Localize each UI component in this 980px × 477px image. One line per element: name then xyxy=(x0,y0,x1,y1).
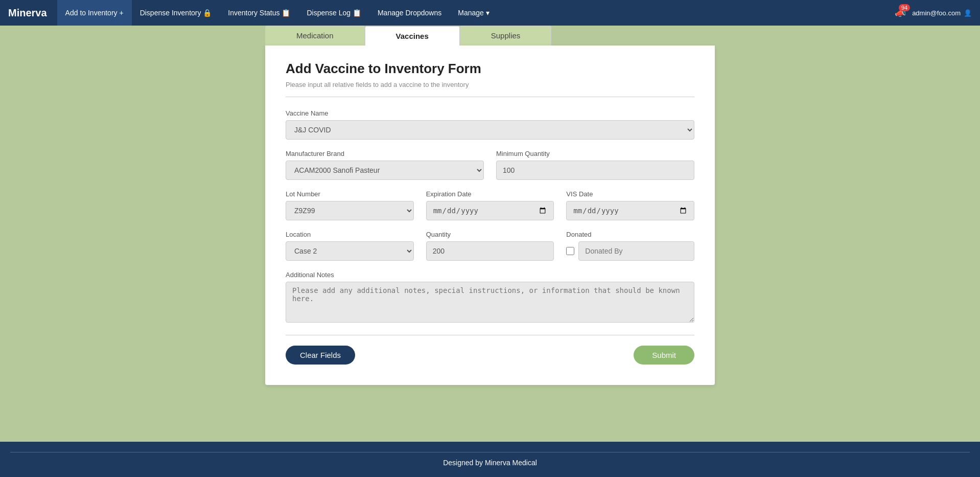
location-select[interactable]: Case 2 Case 1 Case 3 Refrigerator xyxy=(286,241,414,261)
tab-row: Medication Vaccines Supplies xyxy=(265,26,715,46)
app-brand: Minerva xyxy=(8,7,47,19)
clear-fields-button[interactable]: Clear Fields xyxy=(286,346,355,365)
quantity-label: Quantity xyxy=(426,231,554,238)
manufacturer-brand-label: Manufacturer Brand xyxy=(286,150,484,157)
vis-date-input[interactable] xyxy=(566,201,694,220)
tab-vaccines[interactable]: Vaccines xyxy=(365,26,460,46)
add-vaccine-form: Add Vaccine to Inventory Form Please inp… xyxy=(265,46,715,385)
form-footer: Clear Fields Submit xyxy=(286,335,694,365)
content-area: Medication Vaccines Supplies Add Vaccine… xyxy=(0,26,980,442)
manufacturer-quantity-row: Manufacturer Brand ACAM2000 Sanofi Paste… xyxy=(286,150,694,180)
expiration-date-label: Expiration Date xyxy=(426,190,554,198)
minimum-quantity-group: Minimum Quantity xyxy=(496,150,694,180)
donated-label: Donated xyxy=(566,231,694,238)
minimum-quantity-input[interactable] xyxy=(496,161,694,180)
tab-supplies[interactable]: Supplies xyxy=(460,26,552,46)
vis-date-label: VIS Date xyxy=(566,190,694,198)
user-info: admin@foo.com 👤 xyxy=(912,9,972,17)
navbar: Minerva Add to Inventory + Dispense Inve… xyxy=(0,0,980,26)
lot-number-group: Lot Number Z9Z99 A1B23 C4D56 xyxy=(286,190,414,220)
donated-by-input[interactable] xyxy=(578,241,694,261)
vaccine-name-select[interactable]: J&J COVID Moderna COVID Pfizer COVID xyxy=(286,120,694,140)
form-title: Add Vaccine to Inventory Form xyxy=(286,61,694,77)
submit-button[interactable]: Submit xyxy=(634,346,694,365)
notification-badge: 94 xyxy=(899,4,910,11)
expiration-date-group: Expiration Date xyxy=(426,190,554,220)
nav-add-inventory[interactable]: Add to Inventory + xyxy=(57,0,132,26)
vaccine-name-row: Vaccine Name J&J COVID Moderna COVID Pfi… xyxy=(286,109,694,140)
manufacturer-brand-group: Manufacturer Brand ACAM2000 Sanofi Paste… xyxy=(286,150,484,180)
nav-items: Add to Inventory + Dispense Inventory 🔒 … xyxy=(57,0,895,26)
nav-inventory-status[interactable]: Inventory Status 📋 xyxy=(220,0,298,26)
nav-manage[interactable]: Manage ▾ xyxy=(450,0,497,26)
location-quantity-donated-row: Location Case 2 Case 1 Case 3 Refrigerat… xyxy=(286,231,694,261)
form-subtitle: Please input all relative fields to add … xyxy=(286,81,694,88)
lot-number-label: Lot Number xyxy=(286,190,414,198)
manufacturer-brand-select[interactable]: ACAM2000 Sanofi Pasteur Pfizer Moderna xyxy=(286,161,484,180)
additional-notes-textarea[interactable] xyxy=(286,282,694,323)
nav-right: 📣 94 admin@foo.com 👤 xyxy=(895,7,972,18)
lot-number-select[interactable]: Z9Z99 A1B23 C4D56 xyxy=(286,201,414,220)
footer-text: Designed by Minerva Medical xyxy=(443,459,537,467)
donated-group: Donated xyxy=(566,231,694,261)
user-icon: 👤 xyxy=(964,9,972,17)
location-group: Location Case 2 Case 1 Case 3 Refrigerat… xyxy=(286,231,414,261)
additional-notes-row: Additional Notes xyxy=(286,271,694,323)
notification-button[interactable]: 📣 94 xyxy=(895,7,906,18)
user-email: admin@foo.com xyxy=(912,9,961,17)
additional-notes-label: Additional Notes xyxy=(286,271,694,279)
minimum-quantity-label: Minimum Quantity xyxy=(496,150,694,157)
quantity-input[interactable] xyxy=(426,241,554,261)
location-label: Location xyxy=(286,231,414,238)
nav-dispense-log[interactable]: Dispense Log 📋 xyxy=(298,0,369,26)
vaccine-name-group: Vaccine Name J&J COVID Moderna COVID Pfi… xyxy=(286,109,694,140)
page-footer: Designed by Minerva Medical xyxy=(0,442,980,477)
expiration-date-input[interactable] xyxy=(426,201,554,220)
vis-date-group: VIS Date xyxy=(566,190,694,220)
footer-divider xyxy=(10,452,970,452)
nav-dispense-inventory[interactable]: Dispense Inventory 🔒 xyxy=(132,0,220,26)
tabs-and-form: Medication Vaccines Supplies Add Vaccine… xyxy=(0,26,980,385)
vaccine-name-label: Vaccine Name xyxy=(286,109,694,117)
donated-row xyxy=(566,241,694,261)
form-divider xyxy=(286,97,694,97)
donated-checkbox[interactable] xyxy=(566,247,574,255)
quantity-group: Quantity xyxy=(426,231,554,261)
nav-manage-dropdowns[interactable]: Manage Dropdowns xyxy=(369,0,450,26)
tab-medication[interactable]: Medication xyxy=(265,26,365,46)
additional-notes-group: Additional Notes xyxy=(286,271,694,323)
lot-exp-vis-row: Lot Number Z9Z99 A1B23 C4D56 Expiration … xyxy=(286,190,694,220)
